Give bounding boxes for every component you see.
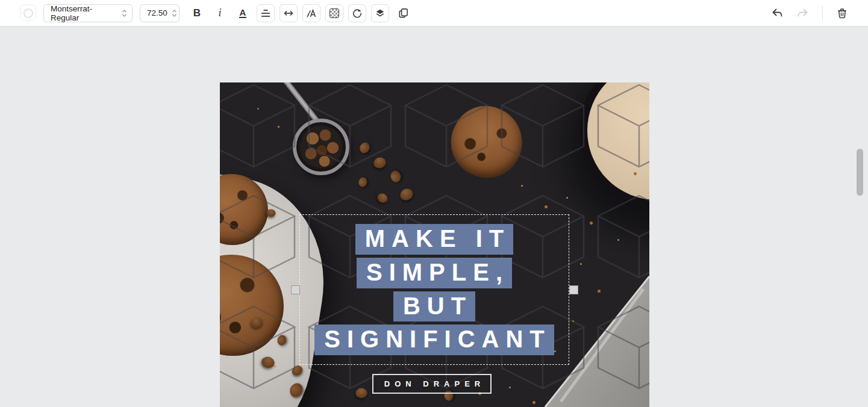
color-swatch-icon bbox=[23, 8, 33, 18]
design-canvas[interactable]: MAKE IT SIMPLE, BUT SIGNIFICANT DON DRAP… bbox=[0, 26, 868, 407]
align-center-icon bbox=[260, 8, 271, 19]
redo-icon bbox=[797, 7, 809, 19]
quote-line[interactable]: SIMPLE, bbox=[357, 258, 512, 288]
editor-toolbar: Montserrat-Regular 72.50 B i A bbox=[0, 0, 868, 26]
checkerboard-icon bbox=[329, 8, 339, 18]
font-size-input[interactable]: 72.50 bbox=[140, 4, 180, 22]
copy-icon bbox=[398, 7, 409, 19]
toolbar-divider bbox=[822, 5, 823, 20]
attribution-text[interactable]: DON DRAPER bbox=[372, 374, 492, 394]
layers-icon bbox=[375, 8, 386, 19]
resize-handle-left[interactable] bbox=[291, 285, 300, 294]
text-element-selection[interactable]: MAKE IT SIMPLE, BUT SIGNIFICANT bbox=[299, 214, 569, 365]
history-actions-group bbox=[768, 4, 851, 22]
quote-line[interactable]: BUT bbox=[393, 291, 475, 322]
letter-spacing-button[interactable] bbox=[279, 4, 298, 22]
slanted-a-icon bbox=[306, 8, 317, 19]
undo-button[interactable] bbox=[768, 4, 786, 22]
resize-handle-right[interactable] bbox=[569, 285, 578, 294]
font-family-value: Montserrat-Regular bbox=[51, 4, 117, 22]
bold-icon: B bbox=[193, 7, 201, 19]
duplicate-button[interactable] bbox=[394, 4, 412, 22]
text-color-button[interactable]: A bbox=[234, 4, 252, 22]
align-center-button[interactable] bbox=[257, 4, 275, 22]
text-slant-button[interactable] bbox=[302, 4, 320, 22]
quote-line[interactable]: MAKE IT bbox=[355, 224, 513, 255]
quote-line[interactable]: SIGNIFICANT bbox=[314, 325, 554, 355]
undo-icon bbox=[771, 7, 783, 19]
design-artboard[interactable]: MAKE IT SIMPLE, BUT SIGNIFICANT DON DRAP… bbox=[220, 82, 649, 407]
redo-button[interactable] bbox=[794, 4, 812, 22]
italic-icon: i bbox=[218, 7, 221, 19]
layers-button[interactable] bbox=[371, 4, 389, 22]
underlined-a-icon: A bbox=[239, 8, 247, 19]
trash-icon bbox=[836, 7, 848, 19]
italic-button[interactable]: i bbox=[211, 4, 229, 22]
horizontal-arrow-icon bbox=[283, 8, 294, 19]
delete-button[interactable] bbox=[833, 4, 851, 22]
font-size-value: 72.50 bbox=[147, 8, 167, 17]
font-family-select[interactable]: Montserrat-Regular bbox=[43, 4, 133, 22]
bold-button[interactable]: B bbox=[188, 4, 206, 22]
rotate-button[interactable] bbox=[348, 4, 366, 22]
color-swatch-button[interactable] bbox=[20, 5, 36, 21]
stepper-icon bbox=[122, 9, 127, 17]
stepper-icon bbox=[172, 9, 177, 17]
text-format-group: Montserrat-Regular 72.50 B i A bbox=[20, 4, 412, 22]
vertical-scrollbar[interactable] bbox=[857, 149, 863, 196]
opacity-button[interactable] bbox=[325, 4, 343, 22]
rotate-icon bbox=[352, 8, 363, 19]
